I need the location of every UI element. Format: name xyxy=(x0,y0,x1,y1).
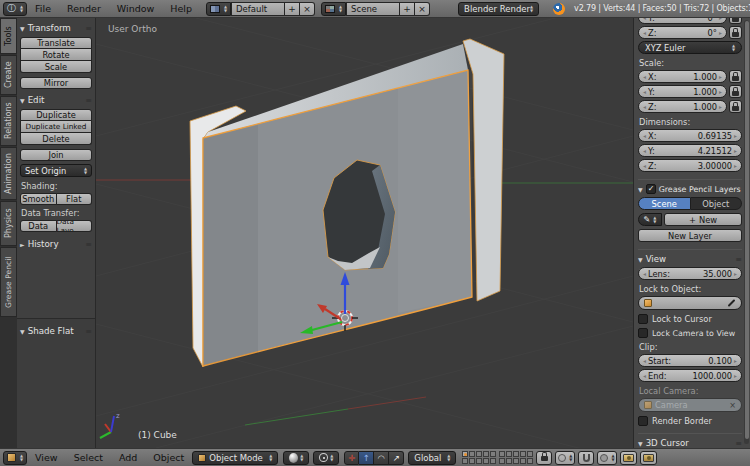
translate-button[interactable]: Translate xyxy=(20,37,92,49)
layer-toggle[interactable] xyxy=(499,458,505,464)
menu-help[interactable]: Help xyxy=(162,3,200,14)
editor-type-selector-3dview[interactable] xyxy=(3,451,27,465)
dimensions-y-field[interactable]: Y: 4.21512 xyxy=(638,144,742,157)
viewport-3d-canvas[interactable]: z xyxy=(96,18,633,448)
lock-to-scene-button[interactable] xyxy=(536,451,552,465)
view-panel-header[interactable]: View ≡ xyxy=(638,249,742,264)
rotation-y-field[interactable]: Y: 0° xyxy=(638,18,727,24)
scene-browse-button[interactable] xyxy=(321,2,346,16)
manipulator-toggle-button[interactable]: ✛ xyxy=(344,451,359,465)
eyedropper-icon[interactable] xyxy=(728,299,736,307)
menu-view[interactable]: View xyxy=(27,452,66,463)
rotation-mode-dropdown[interactable]: XYZ Euler xyxy=(638,41,742,54)
gp-tab-scene[interactable]: Scene xyxy=(638,197,691,210)
lens-field[interactable]: Lens: 35.000 xyxy=(638,267,742,280)
delete-button[interactable]: Delete xyxy=(20,133,92,145)
dimensions-z-field[interactable]: Z: 3.00000 xyxy=(638,159,742,172)
menu-object[interactable]: Object xyxy=(145,452,192,463)
mirror-button[interactable]: Mirror xyxy=(20,77,92,89)
scale-x-field[interactable]: X: 1.000 xyxy=(638,70,727,83)
lock-to-cursor-checkbox[interactable] xyxy=(638,314,648,324)
screen-layout-delete-button[interactable]: × xyxy=(300,2,315,16)
layer-toggle[interactable] xyxy=(462,451,468,457)
editor-type-selector-info[interactable]: ⓘ xyxy=(3,2,27,16)
layer-toggle[interactable] xyxy=(527,458,533,464)
layer-toggle[interactable] xyxy=(476,451,482,457)
grease-pencil-checkbox[interactable] xyxy=(646,184,656,194)
transform-orientation-dropdown[interactable]: Global xyxy=(408,451,456,465)
layer-toggle[interactable] xyxy=(462,458,468,464)
gp-tab-object[interactable]: Object xyxy=(691,197,743,210)
properties-scrollbar[interactable] xyxy=(744,20,749,444)
render-engine-dropdown[interactable]: Blender Render xyxy=(458,2,539,16)
layer-toggle[interactable] xyxy=(506,458,512,464)
snap-element-dropdown[interactable] xyxy=(597,451,617,465)
join-button[interactable]: Join xyxy=(20,149,92,161)
transform-panel-header[interactable]: Transform ≡ xyxy=(20,22,92,34)
render-still-button[interactable] xyxy=(620,451,637,465)
pivot-point-dropdown[interactable] xyxy=(313,451,339,465)
shade-smooth-button[interactable]: Smooth xyxy=(20,193,57,205)
rotate-button[interactable]: Rotate xyxy=(20,49,92,61)
manipulator-translate-button[interactable]: ↑ xyxy=(359,451,374,465)
menu-file[interactable]: File xyxy=(27,3,59,14)
lock-object-picker[interactable] xyxy=(638,296,742,310)
layer-toggle[interactable] xyxy=(520,458,526,464)
screen-layout-browse-button[interactable] xyxy=(206,2,231,16)
dimensions-x-field[interactable]: X: 0.69135 xyxy=(638,129,742,142)
viewport-shading-dropdown[interactable] xyxy=(283,451,309,465)
gp-new-layer-button[interactable]: New Layer xyxy=(638,229,742,242)
scene-add-button[interactable]: + xyxy=(400,2,415,16)
manipulator-rotate-button[interactable]: ◠ xyxy=(374,451,389,465)
screen-layout-add-button[interactable]: + xyxy=(285,2,300,16)
layer-toggle[interactable] xyxy=(476,458,482,464)
scrollbar-thumb[interactable] xyxy=(745,21,749,439)
scale-z-field[interactable]: Z: 1.000 xyxy=(638,100,727,113)
shade-flat-redo-header[interactable]: Shade Flat ≡ xyxy=(20,325,92,337)
layer-toggle[interactable] xyxy=(483,458,489,464)
cursor-panel-header[interactable]: 3D Cursor ≡ xyxy=(638,433,742,448)
clear-icon[interactable]: × xyxy=(729,401,736,410)
layer-toggle[interactable] xyxy=(520,451,526,457)
grease-pencil-panel-header[interactable]: Grease Pencil Layers xyxy=(638,179,742,194)
manipulator-scale-button[interactable]: ↗ xyxy=(389,451,404,465)
shelf-tab-tools[interactable]: Tools xyxy=(0,18,17,54)
layer-toggle[interactable] xyxy=(469,458,475,464)
transfer-data-button[interactable]: Data xyxy=(20,220,57,232)
scene-name-field[interactable]: Scene xyxy=(346,2,400,16)
gp-new-button[interactable]: + New xyxy=(664,213,742,226)
clip-start-field[interactable]: Start: 0.100 xyxy=(638,354,742,367)
scale-button[interactable]: Scale xyxy=(20,61,92,73)
screen-layout-name-field[interactable]: Default xyxy=(231,2,285,16)
shelf-tab-grease-pencil[interactable]: Grease Pencil xyxy=(0,247,17,317)
rotation-z-lock-button[interactable] xyxy=(729,26,742,39)
menu-window[interactable]: Window xyxy=(109,3,162,14)
duplicate-linked-button[interactable]: Duplicate Linked xyxy=(20,121,92,133)
set-origin-dropdown[interactable]: Set Origin xyxy=(20,164,92,177)
gp-brush-dropdown[interactable]: ✎ xyxy=(638,213,662,226)
shade-flat-button[interactable]: Flat xyxy=(57,193,93,205)
rotation-z-field[interactable]: Z: 0° xyxy=(638,26,727,39)
layer-toggle[interactable] xyxy=(527,451,533,457)
layer-toggle[interactable] xyxy=(469,451,475,457)
scene-delete-button[interactable]: × xyxy=(415,2,430,16)
local-camera-picker[interactable]: Camera × xyxy=(638,398,742,412)
menu-select[interactable]: Select xyxy=(66,452,111,463)
layer-toggle[interactable] xyxy=(483,451,489,457)
layer-toggle[interactable] xyxy=(499,451,505,457)
shelf-tab-create[interactable]: Create xyxy=(0,55,17,95)
scale-y-field[interactable]: Y: 1.000 xyxy=(638,85,727,98)
shelf-tab-physics[interactable]: Physics xyxy=(0,201,17,246)
layer-toggle[interactable] xyxy=(490,451,496,457)
scale-x-lock-button[interactable] xyxy=(729,70,742,83)
layer-toggle[interactable] xyxy=(506,451,512,457)
layer-toggle[interactable] xyxy=(513,451,519,457)
snap-toggle-button[interactable] xyxy=(578,451,594,465)
menu-render[interactable]: Render xyxy=(59,3,109,14)
mode-dropdown[interactable]: Object Mode xyxy=(192,451,278,465)
scale-y-lock-button[interactable] xyxy=(729,85,742,98)
scale-z-lock-button[interactable] xyxy=(729,100,742,113)
shelf-tab-animation[interactable]: Animation xyxy=(0,147,17,200)
transfer-data-layout-button[interactable]: Data Layo xyxy=(57,220,93,232)
edit-panel-header[interactable]: Edit ≡ xyxy=(20,94,92,106)
